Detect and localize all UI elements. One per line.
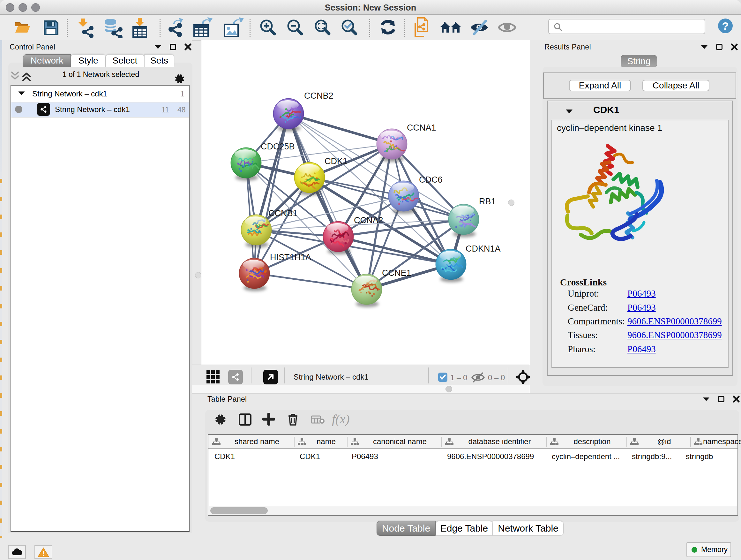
svg-text:HIST1H1A: HIST1H1A: [270, 253, 311, 262]
svg-text:CCNA2: CCNA2: [354, 215, 383, 225]
svg-text:CCNA1: CCNA1: [407, 123, 436, 132]
svg-text:CCNB2: CCNB2: [304, 91, 333, 101]
svg-text:CDC25B: CDC25B: [261, 142, 295, 151]
svg-text:CDC6: CDC6: [419, 175, 443, 185]
svg-text:CDK1: CDK1: [325, 157, 347, 166]
svg-text:CCNB1: CCNB1: [268, 208, 298, 218]
svg-text:RB1: RB1: [479, 197, 496, 206]
svg-text:CCNE1: CCNE1: [382, 268, 411, 278]
svg-text:CDKN1A: CDKN1A: [466, 244, 501, 253]
